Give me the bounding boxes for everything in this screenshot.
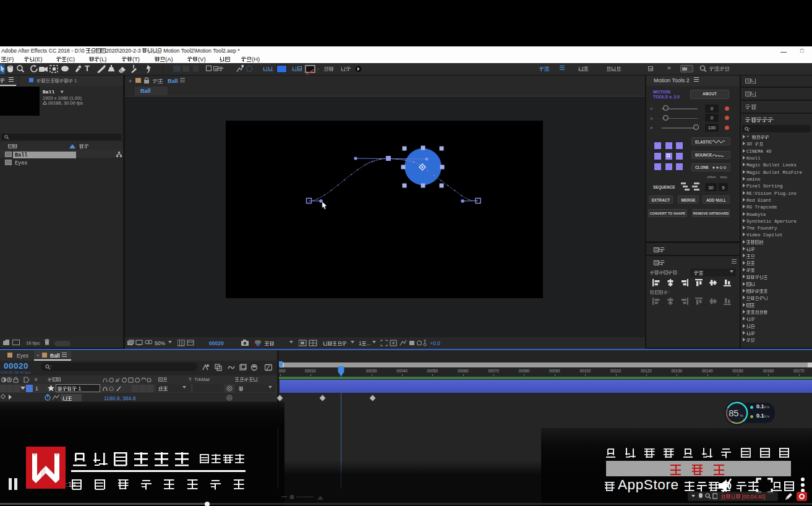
svg-text:fx: fx — [116, 379, 119, 383]
svg-text:85: 85 — [729, 408, 738, 418]
svg-text:%: % — [740, 413, 743, 418]
